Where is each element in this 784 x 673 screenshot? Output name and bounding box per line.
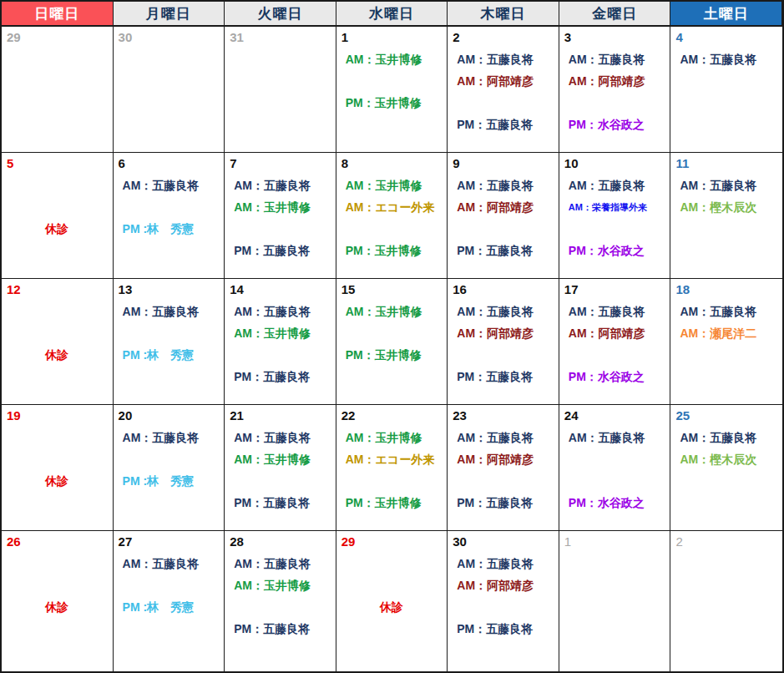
day-number: 5 (2, 154, 113, 175)
schedule-entry: AM：玉井博修 (225, 574, 336, 596)
empty-slot (559, 574, 670, 596)
empty-slot (670, 492, 782, 514)
empty-slot (114, 92, 225, 114)
header-saturday: 土曜日 (670, 2, 782, 27)
day-number: 7 (225, 154, 336, 175)
day-cell-30: 30 (114, 27, 225, 153)
empty-slot (670, 596, 782, 618)
day-cell-21: 21AM：五藤良将AM：玉井博修PM：五藤良将 (225, 405, 336, 531)
empty-slot (336, 218, 448, 240)
schedule-entry: AM：五藤良将 (225, 427, 336, 448)
schedule-entry: PM :林 秀憲 (114, 218, 225, 240)
empty-slot (2, 114, 113, 135)
schedule-entry: AM：玉井博修 (225, 448, 336, 470)
day-number: 15 (336, 281, 448, 301)
day-number: 10 (559, 154, 670, 175)
empty-slot (225, 344, 336, 366)
schedule-entry: AM：五藤良将 (670, 301, 782, 322)
empty-slot (670, 92, 782, 114)
closed-label: 休診 (2, 218, 113, 240)
day-cell-10: 10AM：五藤良将AM：栄養指導外来PM：水谷政之 (559, 153, 671, 279)
day-number: 2 (670, 533, 782, 553)
schedule-entry: AM：五藤良将 (225, 553, 336, 574)
day-number: 18 (670, 281, 782, 301)
schedule-entry: AM：五藤良将 (448, 175, 559, 196)
schedule-entry: AM：五藤良将 (225, 175, 336, 196)
day-number: 6 (114, 154, 225, 175)
schedule-entry: AM：エコー外来 (336, 448, 448, 470)
empty-slot (448, 470, 559, 492)
clinic-schedule-calendar: 日曜日月曜日火曜日水曜日木曜日金曜日土曜日2930311AM：玉井博修PM：玉井… (0, 0, 784, 673)
empty-slot (2, 175, 113, 196)
day-number: 24 (559, 407, 670, 427)
schedule-entry: AM：五藤良将 (114, 427, 225, 448)
empty-slot (670, 553, 782, 574)
schedule-entry: AM：玉井博修 (336, 175, 448, 196)
schedule-entry: AM：栄養指導外来 (559, 196, 670, 218)
empty-slot (336, 366, 448, 387)
schedule-entry: AM：阿部靖彦 (559, 70, 670, 92)
schedule-entry: AM：玉井博修 (336, 301, 448, 322)
empty-slot (670, 70, 782, 92)
day-cell-31: 31 (225, 27, 336, 153)
empty-slot (559, 218, 670, 240)
empty-slot (559, 92, 670, 114)
day-number: 14 (225, 281, 336, 301)
day-number: 31 (225, 28, 336, 48)
empty-slot (114, 448, 225, 470)
empty-slot (559, 470, 670, 492)
day-cell-29: 29休診 (336, 531, 448, 671)
day-cell-18: 18AM：五藤良将AM：瀬尾洋二 (670, 279, 782, 405)
empty-slot (114, 492, 225, 514)
day-cell-1: 1AM：玉井博修PM：玉井博修 (336, 27, 448, 153)
day-number: 13 (114, 281, 225, 301)
day-number: 3 (559, 28, 670, 48)
empty-slot (2, 553, 113, 574)
schedule-entry: AM：五藤良将 (559, 301, 670, 322)
schedule-entry: AM：五藤良将 (448, 301, 559, 322)
empty-slot (336, 70, 448, 92)
schedule-entry: PM：水谷政之 (559, 240, 670, 261)
empty-slot (559, 553, 670, 574)
header-weekday-2: 火曜日 (225, 2, 336, 27)
day-cell-8: 8AM：玉井博修AM：エコー外来PM：玉井博修 (336, 153, 448, 279)
schedule-entry: PM：玉井博修 (336, 492, 448, 514)
header-weekday-4: 木曜日 (448, 2, 559, 27)
empty-slot (336, 470, 448, 492)
schedule-entry: PM：五藤良将 (225, 618, 336, 640)
schedule-entry: PM：五藤良将 (448, 618, 559, 640)
day-cell-30: 30AM：五藤良将AM：阿部靖彦PM：五藤良将 (448, 531, 559, 671)
day-cell-11: 11AM：五藤良将AM：樫木辰次 (670, 153, 782, 279)
empty-slot (2, 92, 113, 114)
empty-slot (670, 470, 782, 492)
empty-slot (2, 427, 113, 448)
schedule-entry: PM：玉井博修 (336, 240, 448, 261)
schedule-entry: PM：五藤良将 (225, 492, 336, 514)
schedule-entry: PM：水谷政之 (559, 492, 670, 514)
empty-slot (2, 240, 113, 261)
day-number: 1 (336, 28, 448, 48)
schedule-entry: AM：五藤良将 (114, 553, 225, 574)
schedule-entry: AM：エコー外来 (336, 196, 448, 218)
day-cell-16: 16AM：五藤良将AM：阿部靖彦PM：五藤良将 (448, 279, 559, 405)
day-cell-15: 15AM：玉井博修PM：玉井博修 (336, 279, 448, 405)
day-cell-5: 5休診 (2, 153, 114, 279)
day-number: 20 (114, 407, 225, 427)
day-cell-12: 12休診 (2, 279, 114, 405)
schedule-entry: PM：五藤良将 (448, 366, 559, 387)
day-number: 28 (225, 533, 336, 553)
empty-slot (448, 218, 559, 240)
schedule-entry: PM：五藤良将 (448, 240, 559, 261)
schedule-entry: PM：五藤良将 (448, 114, 559, 135)
day-cell-1: 1 (559, 531, 671, 671)
header-weekday-3: 水曜日 (336, 2, 448, 27)
schedule-entry: PM :林 秀憲 (114, 470, 225, 492)
day-cell-20: 20AM：五藤良将PM :林 秀憲 (114, 405, 225, 531)
day-cell-26: 26休診 (2, 531, 114, 671)
day-number: 27 (114, 533, 225, 553)
empty-slot (114, 322, 225, 344)
schedule-entry: AM：五藤良将 (448, 427, 559, 448)
day-number: 25 (670, 407, 782, 427)
schedule-entry: AM：阿部靖彦 (559, 322, 670, 344)
empty-slot (2, 574, 113, 596)
